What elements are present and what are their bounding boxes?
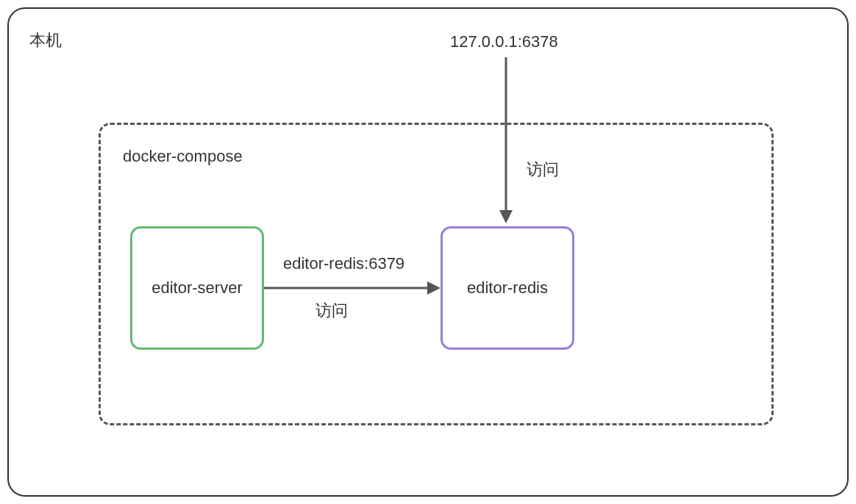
edge-label-internal-address: editor-redis:6379 bbox=[283, 254, 404, 273]
outer-container: 本机 127.0.0.1:6378 访问 docker-compose edit… bbox=[7, 7, 849, 497]
docker-compose-container: docker-compose editor-server editor-redi… bbox=[99, 123, 774, 425]
edge-label-internal-access: 访问 bbox=[315, 300, 348, 322]
svg-marker-3 bbox=[427, 281, 441, 295]
arrow-server-to-redis bbox=[101, 125, 776, 428]
